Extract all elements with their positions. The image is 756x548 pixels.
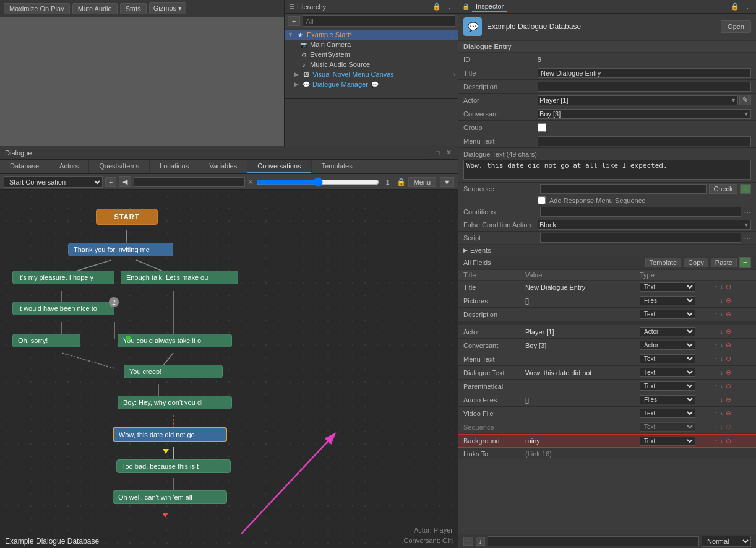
field-remove-btn-6[interactable]: ⊖ [725,355,732,363]
dt-search-input[interactable] [134,177,245,187]
conversant-dropdown[interactable]: Boy [3] ▼ [538,109,751,119]
add-field-btn[interactable]: + [739,257,751,268]
dialogue-canvas[interactable]: START Thank you for inviting me It's my … [0,190,458,548]
script-input[interactable] [540,233,741,243]
node-start[interactable]: START [96,209,158,225]
tb-input[interactable] [488,536,699,546]
conversation-select[interactable]: Start Conversation [4,176,103,188]
seq-plus-btn[interactable]: + [740,184,751,194]
node-wow-date[interactable]: Wow, this date did not go [113,427,227,442]
field-down-btn-4[interactable]: ↓ [719,328,724,335]
field-row-menu-text[interactable]: Menu Text Text ↑ ↓ ⊖ [458,352,756,366]
field-row-conversant[interactable]: Conversant Boy [3] Actor ↑ ↓ ⊖ [458,339,756,352]
tab-templates[interactable]: Templates [312,160,363,173]
template-btn[interactable]: Template [645,258,682,267]
field-down-btn-3[interactable]: ↓ [719,311,724,318]
hier-visual-novel[interactable]: ▶ 🖼 Visual Novel Menu Canvas › [285,69,458,79]
field-remove-btn[interactable]: ⊖ [725,283,732,291]
node-you-could[interactable]: You could always take it o [118,334,232,347]
dt-menu-btn[interactable]: Menu [408,177,437,187]
dt-clear-btn[interactable]: ✕ [247,178,254,186]
field-remove-btn-2[interactable]: ⊖ [725,297,732,305]
tab-locations[interactable]: Locations [150,160,199,173]
field-type-dialogue-text[interactable]: Text [640,368,695,377]
actor-dropdown[interactable]: Player [1] ▼ [538,95,738,105]
events-header[interactable]: ▶ Events [458,244,756,256]
paste-btn[interactable]: Paste [711,258,737,267]
field-remove-btn-7[interactable]: ⊖ [725,368,732,376]
field-down-btn-8[interactable]: ↓ [719,383,724,389]
field-down-btn-5[interactable]: ↓ [719,342,724,349]
field-up-btn-7[interactable]: ↑ [714,369,718,376]
tab-quests[interactable]: Quests/Items [89,160,150,173]
dt-dropdown-btn[interactable]: ▼ [440,177,454,187]
field-down-btn-12[interactable]: ↓ [719,438,724,445]
field-up-btn-9[interactable]: ↑ [714,396,718,403]
hier-event-system[interactable]: ⚙ EventSystem [285,50,458,59]
tab-variables[interactable]: Variables [199,160,247,173]
field-remove-btn-11[interactable]: ⊖ [725,423,732,431]
field-remove-btn-4[interactable]: ⊖ [725,328,732,336]
node-boy-hey[interactable]: Boy: Hey, why don't you di [118,396,232,409]
node-oh-well[interactable]: Oh well, can't win 'em all [113,490,227,504]
hierarchy-lock-btn[interactable]: 🔒 [431,2,442,11]
field-type-sequence[interactable]: Text [640,422,695,432]
field-row-actor[interactable]: Actor Player [1] Actor ↑ ↓ ⊖ [458,325,756,339]
field-up-btn-10[interactable]: ↑ [714,410,718,417]
script-more-btn[interactable]: ··· [744,233,751,243]
field-down-btn[interactable]: ↓ [719,284,724,290]
field-remove-btn-8[interactable]: ⊖ [725,382,732,390]
tb-mode-select[interactable]: Normal [702,536,751,547]
inspector-more-btn[interactable]: ⋮ [743,2,752,11]
field-row-dialogue-text[interactable]: Dialogue Text Wow, this date did not Tex… [458,366,756,380]
actor-edit-btn[interactable]: ✎ [739,95,751,105]
inspector-lock-btn[interactable]: 🔒 [729,2,741,11]
hierarchy-scene[interactable]: ▼ ★ Example Start* ⋮ [285,30,458,40]
dialogue-text-input[interactable]: Wow, this date did not go at all like I … [463,160,751,180]
field-type-description[interactable]: Text [640,310,695,319]
dt-lock-btn[interactable]: 🔒 [397,178,406,186]
field-up-btn-8[interactable]: ↑ [714,383,718,389]
hierarchy-add-btn[interactable]: + [288,16,300,26]
field-type-pictures[interactable]: Files [640,296,695,305]
field-remove-btn-9[interactable]: ⊖ [725,396,732,404]
dialogue-maximize-btn[interactable]: □ [434,149,441,157]
gizmos-btn[interactable]: Gizmos ▾ [149,2,186,14]
dialogue-menu-btn[interactable]: ⋮ [421,149,431,157]
field-row-audio-files[interactable]: Audio Files [] Files ↑ ↓ ⊖ [458,393,756,407]
field-row-pictures[interactable]: Pictures [] Files ↑ ↓ ⊖ [458,294,756,308]
check-btn[interactable]: Check [709,184,737,194]
field-down-btn-10[interactable]: ↓ [719,410,724,417]
hierarchy-more-btn[interactable]: ⋮ [445,2,454,11]
tab-conversations[interactable]: Conversations [247,160,311,173]
field-up-btn-3[interactable]: ↑ [714,311,718,318]
field-up-btn-4[interactable]: ↑ [714,328,718,335]
tb-down-btn[interactable]: ↓ [476,537,486,546]
node-enough-talk[interactable]: Enough talk. Let's make ou [121,271,238,284]
desc-input[interactable] [538,82,751,92]
field-type-video-file[interactable]: Text [640,409,695,418]
node-its-pleasure[interactable]: It's my pleasure. I hope y [12,271,114,284]
field-type-menu-text[interactable]: Text [640,354,695,363]
field-type-audio-files[interactable]: Files [640,395,695,404]
group-checkbox[interactable] [538,123,546,132]
field-row-title[interactable]: Title New Dialogue Entry Text ↑ ↓ ⊖ [458,281,756,294]
field-type-title[interactable]: Text [640,282,695,292]
sequence-input[interactable] [540,184,707,194]
field-remove-btn-5[interactable]: ⊖ [725,341,732,349]
dt-add-btn[interactable]: + [105,177,116,187]
inspector-scroll[interactable]: Dialogue Entry ID 9 Title Description Ac… [458,40,756,534]
node-too-bad[interactable]: Too bad, because this is t [116,459,231,473]
field-down-btn-11[interactable]: ↓ [719,424,724,430]
field-type-conversant[interactable]: Actor [640,341,695,350]
dialogue-close-btn[interactable]: ✕ [445,149,453,157]
field-up-btn-2[interactable]: ↑ [714,297,718,304]
field-up-btn-11[interactable]: ↑ [714,424,718,430]
field-type-background[interactable]: Text [640,437,695,446]
add-response-checkbox[interactable] [538,196,546,204]
field-down-btn-2[interactable]: ↓ [719,297,724,304]
conditions-more-btn[interactable]: ··· [744,207,751,217]
field-down-btn-6[interactable]: ↓ [719,355,724,362]
field-up-btn-5[interactable]: ↑ [714,342,718,349]
field-row-description[interactable]: Description Text ↑ ↓ ⊖ [458,308,756,321]
